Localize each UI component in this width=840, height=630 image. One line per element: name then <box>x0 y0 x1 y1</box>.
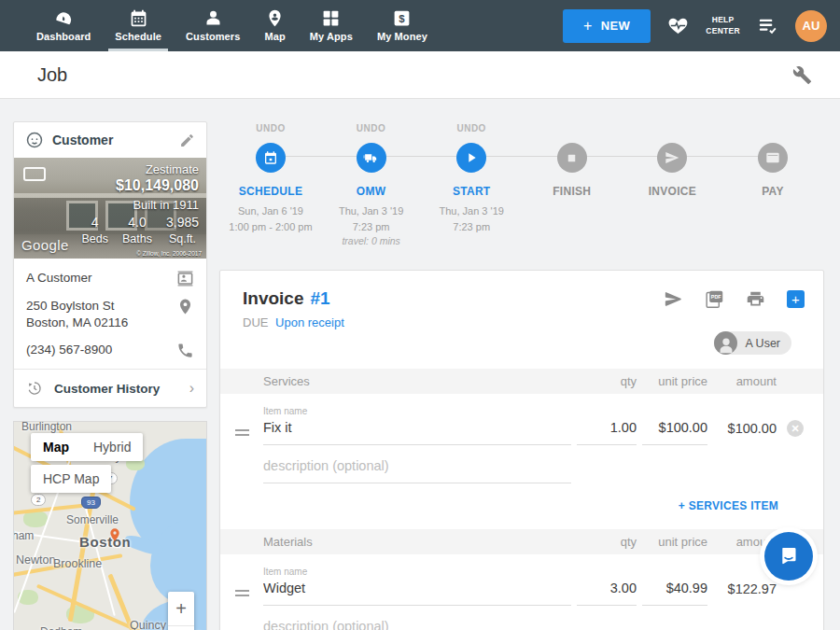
item-name-label: Item name <box>263 567 571 577</box>
tasks-checklist-icon[interactable] <box>757 15 778 36</box>
grid-icon <box>321 8 341 28</box>
gauge-icon <box>54 8 74 28</box>
step-pay: PAY <box>725 123 820 246</box>
job-settings-wrench-icon[interactable] <box>792 65 812 85</box>
nav-label: Dashboard <box>36 31 91 42</box>
undo-schedule-button[interactable]: UNDO <box>256 123 285 136</box>
start-step-button[interactable] <box>456 143 486 173</box>
unit-price-input[interactable] <box>642 420 707 445</box>
step-label: INVOICE <box>649 185 696 198</box>
map-label-somerville: Somerville <box>66 513 119 526</box>
nav-label: My Apps <box>310 31 353 42</box>
interstate-93-shield: 93 <box>81 497 101 509</box>
undo-omw-button[interactable]: UNDO <box>357 123 385 136</box>
print-icon[interactable] <box>746 289 765 309</box>
item-name-input[interactable] <box>263 581 571 606</box>
add-invoice-button[interactable]: + <box>787 290 805 308</box>
unit-price-column-header: unit price <box>642 535 707 549</box>
map-type-map-button[interactable]: Map <box>31 433 81 461</box>
add-services-item-link[interactable]: + SERVICES ITEM <box>679 499 778 512</box>
services-section-header: Services qty unit price amount <box>220 369 823 394</box>
hcp-map-button[interactable]: HCP Map <box>31 465 111 493</box>
invoice-number[interactable]: #1 <box>310 288 329 309</box>
location-pin-icon[interactable] <box>176 298 194 315</box>
map-widget[interactable]: Burlington Lynn Somerville ham Boston Ne… <box>13 421 207 630</box>
step-omw: UNDO OMW Thu, Jan 3 '197:23 pm travel: 0… <box>324 123 419 246</box>
new-button[interactable]: + NEW <box>563 9 651 43</box>
user-avatar[interactable]: AU <box>795 10 827 42</box>
map-zoom-control: + − <box>168 592 194 630</box>
line-amount: $100.00 <box>713 420 777 436</box>
map-label-burlington: Burlington <box>21 421 72 433</box>
zoom-out-button[interactable]: − <box>168 626 194 630</box>
unit-price-input[interactable] <box>642 581 707 606</box>
qty-column-header: qty <box>577 535 637 549</box>
pay-step-button[interactable] <box>758 143 788 173</box>
health-heart-icon[interactable] <box>667 15 689 36</box>
beds-label: Beds <box>81 232 108 245</box>
nav-item-map[interactable]: Map <box>252 0 297 51</box>
step-date-line2: 1:00 pm - 2:00 pm <box>229 221 312 232</box>
nav-item-my-apps[interactable]: My Apps <box>298 0 365 51</box>
map-type-control: Map Hybrid <box>31 433 143 461</box>
pdf-icon[interactable]: PDF <box>705 289 724 309</box>
route-2-shield: 2 <box>31 494 46 506</box>
street-view-frame-icon[interactable] <box>23 167 46 181</box>
help-center-line2: CENTER <box>706 26 740 36</box>
zoom-in-button[interactable]: + <box>168 592 194 625</box>
undo-start-button[interactable]: UNDO <box>456 123 485 136</box>
item-name-input[interactable] <box>263 420 571 445</box>
chevron-right-icon: › <box>189 380 194 397</box>
line-amount: $122.97 <box>713 581 777 596</box>
zestimate-label: Zestimate <box>146 162 199 176</box>
map-label-waltham: ham <box>13 529 34 542</box>
page-title: Job <box>37 64 67 86</box>
help-center-line1: HELP <box>706 15 740 25</box>
person-icon <box>203 8 223 28</box>
svg-text:$: $ <box>399 13 406 24</box>
omw-step-button[interactable] <box>357 143 386 173</box>
assignee-avatar-icon <box>714 331 737 355</box>
invoice-step-button[interactable] <box>657 143 687 173</box>
remove-line-item-button[interactable]: ✕ <box>787 420 804 437</box>
map-type-hybrid-button[interactable]: Hybrid <box>81 433 143 461</box>
nav-item-my-money[interactable]: $ My Money <box>365 0 440 51</box>
job-progress-steps: UNDO SCHEDULE Sun, Jan 6 '191:00 pm - 2:… <box>219 121 824 246</box>
section-title: Materials <box>263 535 571 549</box>
contact-card-icon[interactable] <box>176 270 194 287</box>
send-invoice-icon[interactable] <box>664 289 683 309</box>
qty-column-header: qty <box>577 374 637 388</box>
schedule-step-button[interactable] <box>256 143 286 173</box>
help-center-button[interactable]: HELP CENTER <box>706 15 740 35</box>
nav-item-dashboard[interactable]: Dashboard <box>24 0 103 51</box>
property-street-view-photo[interactable]: Zestimate $10,149,080 Built in 1911 4Bed… <box>14 158 206 259</box>
map-label-newton: Newton <box>16 553 55 567</box>
qty-input[interactable] <box>577 420 637 445</box>
chat-launcher-button[interactable] <box>764 532 813 581</box>
nav-item-customers[interactable]: Customers <box>174 0 252 51</box>
description-input[interactable] <box>263 619 571 630</box>
edit-customer-pencil-icon[interactable] <box>179 133 195 148</box>
nav-label: Map <box>264 31 285 42</box>
due-label: DUE <box>243 315 268 329</box>
customer-phone: (234) 567-8900 <box>26 342 112 358</box>
customer-card: Customer Zestimate $10,149,080 Built in … <box>13 121 207 408</box>
stop-icon <box>565 151 579 165</box>
nav-item-schedule[interactable]: Schedule <box>103 0 174 51</box>
step-invoice: INVOICE <box>624 123 720 246</box>
dollar-icon: $ <box>392 8 412 28</box>
section-title: Services <box>263 374 571 388</box>
truck-icon <box>363 150 379 166</box>
description-input[interactable] <box>263 458 571 483</box>
assignee-chip[interactable]: A User <box>714 331 791 355</box>
drag-handle[interactable] <box>235 427 249 439</box>
step-schedule: UNDO SCHEDULE Sun, Jan 6 '191:00 pm - 2:… <box>223 123 318 246</box>
customer-history-button[interactable]: Customer History › <box>14 370 206 407</box>
finish-step-button[interactable] <box>557 143 587 173</box>
phone-icon[interactable] <box>176 342 194 359</box>
drag-handle[interactable] <box>235 587 249 599</box>
qty-input[interactable] <box>577 581 637 606</box>
nav-label: Schedule <box>115 31 161 42</box>
step-date-line2: 7:23 pm <box>453 221 490 232</box>
due-terms-link[interactable]: Upon receipt <box>275 315 344 329</box>
